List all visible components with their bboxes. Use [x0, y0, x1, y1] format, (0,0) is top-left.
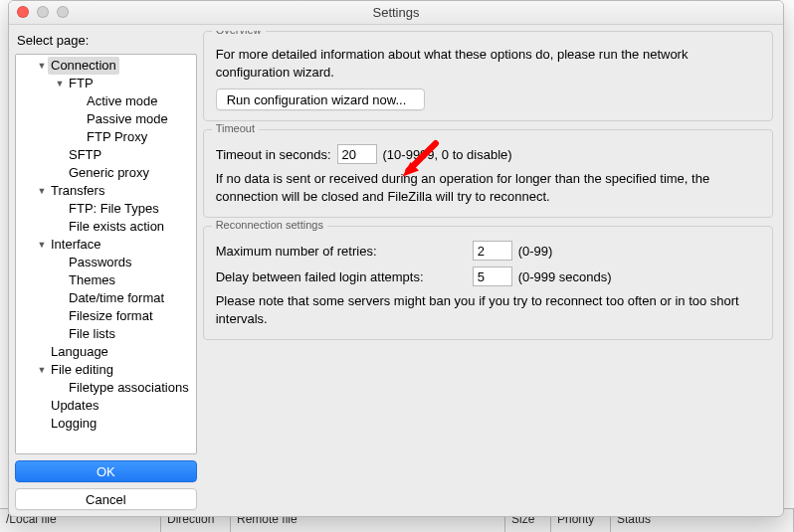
sidebar-item-file-lists[interactable]: File lists: [18, 325, 196, 343]
sidebar-item-label: File exists action: [66, 218, 167, 236]
sidebar-item-label: Transfers: [48, 182, 107, 200]
sidebar-item-label: Passwords: [66, 254, 135, 271]
sidebar-item-language[interactable]: Language: [18, 343, 196, 361]
reconnection-title: Reconnection settings: [212, 219, 327, 231]
sidebar-item-passwords[interactable]: Passwords: [18, 254, 196, 271]
sidebar-item-label: Active mode: [84, 92, 161, 110]
window-title: Settings: [373, 5, 420, 20]
overview-group: Overview For more detailed information a…: [203, 31, 773, 121]
reconnection-note: Please note that some servers might ban …: [216, 292, 760, 327]
close-icon[interactable]: [17, 6, 29, 18]
sidebar-item-label: Connection: [48, 57, 119, 75]
sidebar-item-interface[interactable]: ▼Interface: [18, 236, 196, 254]
overview-title: Overview: [212, 31, 266, 36]
sidebar-item-file-editing[interactable]: ▼File editing: [18, 361, 196, 379]
delay-input[interactable]: [473, 266, 512, 286]
retries-input[interactable]: [473, 241, 512, 261]
sidebar-item-transfers[interactable]: ▼Transfers: [18, 182, 196, 200]
sidebar-item-label: Language: [48, 343, 111, 361]
sidebar-item-label: Updates: [48, 397, 101, 415]
run-wizard-button[interactable]: Run configuration wizard now...: [216, 89, 425, 110]
chevron-down-icon[interactable]: ▼: [36, 182, 48, 200]
chevron-down-icon[interactable]: ▼: [36, 361, 48, 379]
sidebar: Select page: ▼Connection▼FTPActive modeP…: [15, 31, 197, 510]
chevron-down-icon[interactable]: ▼: [36, 57, 48, 75]
sidebar-item-label: Themes: [66, 271, 118, 289]
sidebar-item-active-mode[interactable]: Active mode: [18, 92, 196, 110]
reconnection-group: Reconnection settings Maximum number of …: [203, 226, 773, 340]
delay-label: Delay between failed login attempts:: [216, 269, 467, 284]
sidebar-item-date-time[interactable]: Date/time format: [18, 289, 196, 307]
cancel-button[interactable]: Cancel: [15, 488, 197, 510]
sidebar-item-filetype-assoc[interactable]: Filetype associations: [18, 379, 196, 397]
timeout-group: Timeout Timeout in seconds: (10-9999, 0 …: [203, 129, 773, 218]
chevron-down-icon[interactable]: ▼: [54, 75, 66, 92]
sidebar-item-label: Passive mode: [84, 110, 171, 128]
timeout-title: Timeout: [212, 122, 259, 134]
retries-label: Maximum number of retries:: [216, 244, 467, 259]
page-tree-container: ▼Connection▼FTPActive modePassive modeFT…: [15, 54, 197, 454]
settings-content: Overview For more detailed information a…: [203, 31, 777, 510]
sidebar-item-ftp[interactable]: ▼FTP: [18, 75, 196, 92]
sidebar-item-label: Filesize format: [66, 307, 156, 325]
sidebar-item-ftp-file-types[interactable]: FTP: File Types: [18, 200, 196, 218]
sidebar-item-filesize[interactable]: Filesize format: [18, 307, 196, 325]
timeout-label: Timeout in seconds:: [216, 147, 331, 162]
sidebar-item-label: File editing: [48, 361, 116, 379]
sidebar-item-sftp[interactable]: SFTP: [18, 146, 196, 164]
minimize-icon: [37, 6, 49, 18]
sidebar-item-label: SFTP: [66, 146, 104, 164]
sidebar-item-label: FTP: [66, 75, 97, 92]
sidebar-item-ftp-proxy[interactable]: FTP Proxy: [18, 128, 196, 146]
sidebar-item-label: Filetype associations: [66, 379, 192, 397]
timeout-input[interactable]: [337, 144, 377, 164]
sidebar-item-logging[interactable]: Logging: [18, 415, 196, 433]
sidebar-item-label: File lists: [66, 325, 118, 343]
sidebar-item-passive-mode[interactable]: Passive mode: [18, 110, 196, 128]
sidebar-item-label: Generic proxy: [66, 164, 152, 182]
page-tree[interactable]: ▼Connection▼FTPActive modePassive modeFT…: [16, 55, 196, 453]
settings-dialog: Settings Select page: ▼Connection▼FTPAct…: [8, 0, 784, 517]
sidebar-item-themes[interactable]: Themes: [18, 271, 196, 289]
titlebar[interactable]: Settings: [9, 1, 783, 25]
sidebar-item-label: Date/time format: [66, 289, 167, 307]
sidebar-item-file-exists[interactable]: File exists action: [18, 218, 196, 236]
chevron-down-icon[interactable]: ▼: [36, 236, 48, 254]
sidebar-item-generic-proxy[interactable]: Generic proxy: [18, 164, 196, 182]
select-page-label: Select page:: [15, 31, 197, 48]
sidebar-item-label: Interface: [48, 236, 104, 254]
delay-hint: (0-999 seconds): [518, 269, 612, 284]
timeout-desc: If no data is sent or received during an…: [216, 170, 760, 205]
overview-text: For more detailed information about what…: [216, 46, 760, 81]
timeout-hint: (10-9999, 0 to disable): [383, 147, 512, 162]
sidebar-item-updates[interactable]: Updates: [18, 397, 196, 415]
zoom-icon: [57, 6, 69, 18]
window-controls: [17, 6, 69, 18]
sidebar-item-label: FTP: File Types: [66, 200, 162, 218]
sidebar-item-label: Logging: [48, 415, 99, 433]
ok-button[interactable]: OK: [15, 460, 197, 482]
sidebar-item-label: FTP Proxy: [84, 128, 150, 146]
sidebar-item-connection[interactable]: ▼Connection: [18, 57, 196, 75]
retries-hint: (0-99): [518, 244, 553, 259]
